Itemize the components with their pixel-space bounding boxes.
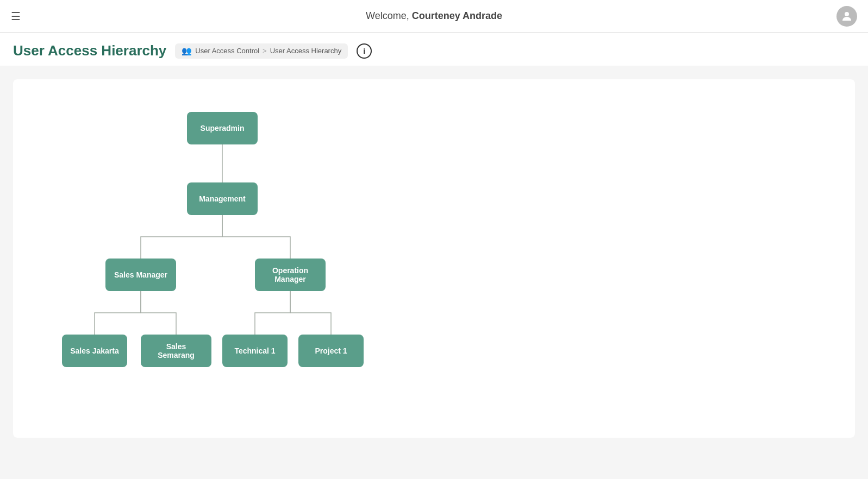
main-content: SuperadminManagementSales ManagerOperati…	[0, 66, 868, 451]
node-operation_manager[interactable]: Operation Manager	[255, 259, 326, 291]
header: ☰ Welcome, Courteney Andrade	[0, 0, 868, 33]
node-sales_semarang[interactable]: Sales Semarang	[141, 335, 211, 367]
user-icon	[840, 10, 853, 23]
breadcrumb-bar: User Access Hierarchy 👥 User Access Cont…	[0, 33, 868, 66]
node-sales_jakarta[interactable]: Sales Jakarta	[62, 335, 127, 367]
username: Courteney Andrade	[412, 10, 502, 21]
tree-diagram: SuperadminManagementSales ManagerOperati…	[35, 101, 372, 405]
node-project_1[interactable]: Project 1	[298, 335, 364, 367]
info-button[interactable]: i	[357, 43, 372, 59]
svg-point-0	[845, 12, 849, 16]
breadcrumb: 👥 User Access Control > User Access Hier…	[175, 43, 348, 59]
node-management[interactable]: Management	[187, 182, 258, 215]
header-title: Welcome, Courteney Andrade	[366, 10, 502, 22]
avatar[interactable]	[836, 6, 857, 27]
breadcrumb-parent[interactable]: User Access Control	[195, 47, 259, 55]
breadcrumb-current: User Access Hierarchy	[270, 47, 341, 55]
welcome-text: Welcome,	[366, 10, 412, 21]
node-superadmin[interactable]: Superadmin	[187, 112, 258, 144]
breadcrumb-separator: >	[263, 47, 267, 55]
page-title: User Access Hierarchy	[13, 42, 166, 59]
people-icon: 👥	[182, 46, 192, 56]
menu-icon[interactable]: ☰	[11, 10, 21, 23]
node-technical_1[interactable]: Technical 1	[222, 335, 288, 367]
node-sales_manager[interactable]: Sales Manager	[105, 259, 176, 291]
hierarchy-card: SuperadminManagementSales ManagerOperati…	[13, 79, 855, 438]
